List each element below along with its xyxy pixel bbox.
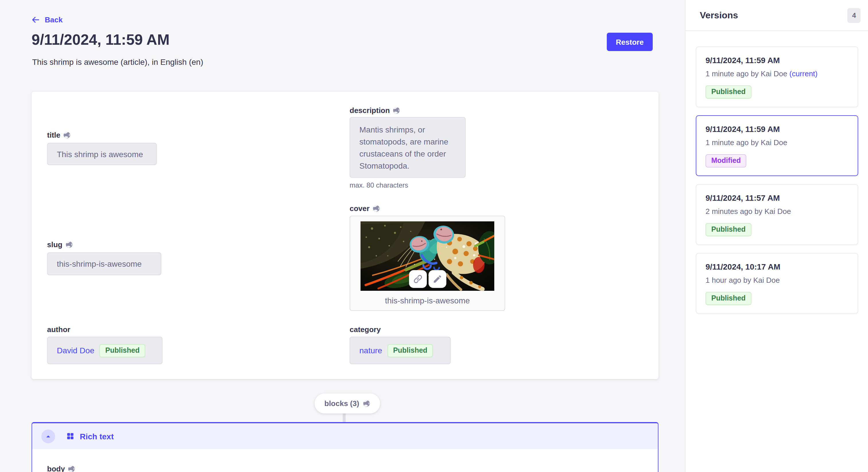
versions-sidebar: Versions 4 9/11/2024, 11:59 AM 1 minute …	[685, 0, 868, 472]
title-field-group: title	[47, 131, 157, 165]
version-card[interactable]: 9/11/2024, 11:59 AM 1 minute ago by Kai …	[696, 46, 858, 107]
copy-link-button[interactable]	[409, 270, 427, 288]
author-status-badge: Published	[100, 344, 145, 357]
globe-icon	[63, 131, 71, 139]
version-current-label: (current)	[789, 69, 817, 78]
back-label: Back	[45, 15, 63, 24]
app-root: Back 9/11/2024, 11:59 AM This shrimp is …	[0, 0, 868, 472]
cover-label: cover	[350, 205, 505, 212]
version-meta: 1 hour ago by Kai Doe	[706, 276, 848, 284]
version-date: 9/11/2024, 11:59 AM	[706, 56, 848, 65]
component-grid-icon	[67, 432, 74, 440]
cover-image	[361, 222, 494, 291]
globe-icon	[68, 465, 75, 472]
version-status-badge: Published	[706, 86, 751, 99]
version-meta: 1 minute ago by Kai Doe	[706, 138, 848, 147]
page-title: 9/11/2024, 11:59 AM	[32, 31, 169, 49]
slug-input	[47, 252, 161, 275]
version-status-badge: Modified	[706, 154, 747, 167]
description-label: description	[350, 107, 466, 114]
author-field-group: author David Doe Published	[47, 326, 162, 364]
category-label: category	[350, 326, 451, 333]
versions-list: 9/11/2024, 11:59 AM 1 minute ago by Kai …	[685, 31, 868, 314]
collapse-button[interactable]	[41, 429, 55, 443]
link-icon	[413, 274, 423, 284]
rich-text-accordion-header[interactable]: Rich text	[32, 423, 658, 449]
title-label: title	[47, 131, 157, 139]
edit-image-button[interactable]	[428, 270, 446, 288]
arrow-left-icon	[32, 15, 40, 24]
cover-actions	[409, 270, 446, 288]
restore-button[interactable]: Restore	[607, 33, 653, 51]
category-relation-box: nature Published	[350, 337, 451, 364]
slug-label: slug	[47, 241, 161, 248]
chevron-up-icon	[45, 433, 51, 439]
cover-media-card: this-shrimp-is-awesome	[350, 216, 505, 311]
version-meta-text: 1 minute ago by Kai Doe	[706, 69, 787, 78]
version-meta: 1 minute ago by Kai Doe (current)	[706, 69, 848, 78]
version-meta-text: 2 minutes ago by Kai Doe	[706, 207, 791, 216]
rich-text-title: Rich text	[80, 432, 114, 441]
version-status-badge: Published	[706, 292, 751, 305]
author-relation-box: David Doe Published	[47, 337, 162, 364]
version-meta-text: 1 minute ago by Kai Doe	[706, 138, 787, 147]
version-date: 9/11/2024, 11:57 AM	[706, 193, 848, 202]
main-panel: Back 9/11/2024, 11:59 AM This shrimp is …	[0, 0, 685, 472]
category-relation-link[interactable]: nature	[360, 346, 382, 355]
blocks-field-pill: blocks (3)	[315, 394, 380, 413]
rich-text-block: Rich text body	[32, 422, 658, 472]
globe-icon	[393, 107, 400, 114]
blocks-label: blocks (3)	[324, 399, 359, 408]
version-meta: 2 minutes ago by Kai Doe	[706, 207, 848, 216]
author-label: author	[47, 326, 162, 333]
cover-field-group: cover	[350, 205, 505, 311]
description-field-group: description Mantis shrimps, or stomatopo…	[350, 107, 466, 189]
versions-header: Versions 4	[685, 0, 868, 31]
versions-title: Versions	[700, 10, 738, 20]
back-link[interactable]: Back	[32, 15, 63, 24]
rich-text-body: body	[32, 449, 658, 472]
page-subtitle: This shrimp is awesome (article), in Eng…	[32, 57, 203, 67]
author-relation-link[interactable]: David Doe	[57, 346, 94, 355]
body-label: body	[47, 465, 658, 472]
category-field-group: category nature Published	[350, 326, 451, 364]
globe-icon	[372, 205, 380, 212]
description-hint: max. 80 characters	[350, 181, 466, 189]
description-textarea: Mantis shrimps, or stomatopods, are mari…	[350, 117, 466, 178]
cover-filename: this-shrimp-is-awesome	[350, 296, 505, 305]
title-input	[47, 143, 157, 165]
slug-field-group: slug	[47, 241, 161, 275]
version-date: 9/11/2024, 10:17 AM	[706, 262, 848, 271]
category-status-badge: Published	[387, 344, 433, 357]
version-card[interactable]: 9/11/2024, 11:59 AM 1 minute ago by Kai …	[696, 115, 858, 176]
version-card[interactable]: 9/11/2024, 11:57 AM 2 minutes ago by Kai…	[696, 184, 858, 245]
version-card[interactable]: 9/11/2024, 10:17 AM 1 hour ago by Kai Do…	[696, 253, 858, 314]
version-date: 9/11/2024, 11:59 AM	[706, 125, 848, 134]
pencil-icon	[432, 274, 442, 284]
form-card: title description Mantis shrimps, or sto…	[32, 92, 658, 379]
version-meta-text: 1 hour ago by Kai Doe	[706, 276, 780, 284]
versions-count-badge: 4	[848, 8, 861, 23]
globe-icon	[65, 241, 73, 248]
globe-icon	[363, 400, 370, 407]
version-status-badge: Published	[706, 223, 751, 236]
